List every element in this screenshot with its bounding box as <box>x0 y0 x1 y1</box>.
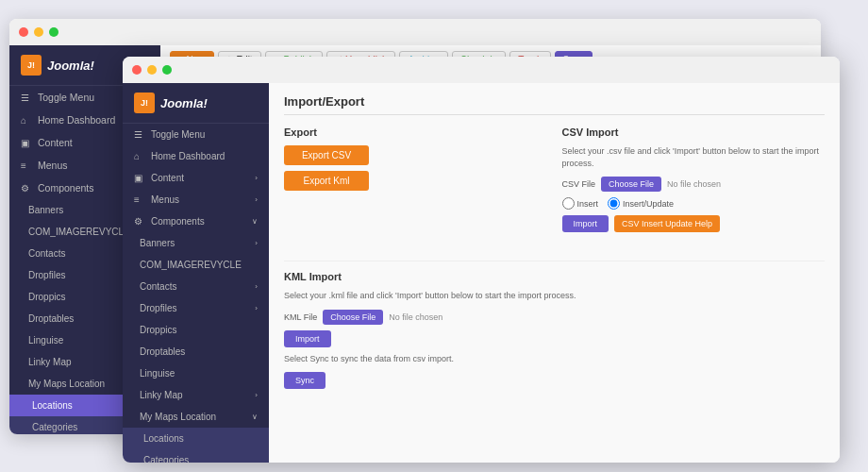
import-export-panel: Import/Export Export Export CSV Export K… <box>269 83 840 463</box>
kml-no-file-text: No file chosen <box>389 312 442 322</box>
content-icon-2: ▣ <box>134 173 145 183</box>
second-sidebar-item-categories[interactable]: Categories <box>123 449 269 463</box>
second-sidebar-item-linky-map[interactable]: Linky Map › <box>123 384 269 406</box>
csv-action-row: Import CSV Insert Update Help <box>562 215 826 236</box>
menus-icon-2: ≡ <box>134 194 145 205</box>
second-sidebar-item-menus[interactable]: ≡ Menus › <box>123 189 269 211</box>
section-divider <box>284 261 825 261</box>
second-window: J! Joomla! ☰ Toggle Menu ⌂ Home Dashboar… <box>123 57 840 463</box>
titlebar <box>9 19 821 45</box>
second-sidebar-logo: J! Joomla! <box>123 83 269 124</box>
kml-import-button[interactable]: Import <box>284 330 331 347</box>
second-sidebar-item-locations[interactable]: Locations <box>123 428 269 449</box>
csv-import-title: CSV Import <box>562 126 826 138</box>
second-sidebar-item-com-imagerevycle[interactable]: COM_IMAGEREVYCLE <box>123 254 269 276</box>
components-icon: ⚙ <box>21 183 32 194</box>
csv-file-row: CSV File Choose File No file chosen <box>562 177 826 192</box>
second-titlebar <box>123 57 840 83</box>
kml-import-section: KML Import Select your .kml file and cli… <box>284 271 825 389</box>
kml-sync-desc: Select Sync to sync the data from csv im… <box>284 353 825 365</box>
csv-help-button[interactable]: CSV Insert Update Help <box>614 215 720 232</box>
second-sidebar-item-my-maps[interactable]: My Maps Location ∨ <box>123 406 269 428</box>
menus-icon: ≡ <box>21 160 32 171</box>
components-arrow-2: ∨ <box>252 217 258 226</box>
components-icon-2: ⚙ <box>134 216 145 227</box>
radio-insert[interactable]: Insert <box>562 197 599 210</box>
dot-green[interactable] <box>49 27 58 37</box>
second-app-title: Joomla! <box>160 96 208 110</box>
panel-title: Import/Export <box>284 94 825 115</box>
content-arrow-2: › <box>255 174 258 182</box>
toggle-menu-icon: ☰ <box>21 93 32 103</box>
second-my-maps-submenu: Locations Categories Import - Export Cus… <box>123 428 269 463</box>
kml-import-desc: Select your .kml file and click 'Import'… <box>284 290 825 302</box>
kml-import-title: KML Import <box>284 271 825 282</box>
second-sidebar-item-linguise[interactable]: Linguise <box>123 362 269 384</box>
dot-red[interactable] <box>19 27 28 37</box>
menus-arrow-2: › <box>255 195 258 204</box>
dot2-red[interactable] <box>132 65 142 75</box>
content-icon: ▣ <box>21 138 32 148</box>
export-title: Export <box>284 126 547 138</box>
joomla-logo-icon-2: J! <box>134 93 155 113</box>
app-title: Joomla! <box>47 59 94 73</box>
contacts-arrow-2: › <box>255 282 258 291</box>
toggle-icon-2: ☰ <box>134 129 145 140</box>
kml-file-row: KML File Choose File No file chosen <box>284 310 825 325</box>
second-sidebar-item-droppics[interactable]: Droppics <box>123 319 269 341</box>
dot2-green[interactable] <box>162 65 172 75</box>
csv-import-section: CSV Import Select your .csv file and cli… <box>562 126 826 236</box>
kml-file-label: KML File <box>284 312 317 322</box>
second-sidebar-item-droptables[interactable]: Droptables <box>123 341 269 362</box>
my-maps-arrow-2: ∨ <box>252 413 258 421</box>
second-window-body: J! Joomla! ☰ Toggle Menu ⌂ Home Dashboar… <box>123 83 840 463</box>
export-csv-button[interactable]: Export CSV <box>284 145 369 165</box>
csv-import-button[interactable]: Import <box>562 215 609 232</box>
second-sidebar-item-dropfiles[interactable]: Dropfiles › <box>123 297 269 319</box>
kml-choose-file-button[interactable]: Choose File <box>323 310 383 325</box>
second-sidebar-item-contacts[interactable]: Contacts › <box>123 276 269 297</box>
export-kml-button[interactable]: Export Kml <box>284 171 369 191</box>
second-sidebar-item-content[interactable]: ▣ Content › <box>123 167 269 189</box>
csv-choose-file-button[interactable]: Choose File <box>601 177 661 192</box>
second-sidebar-item-toggle[interactable]: ☰ Toggle Menu <box>123 124 269 145</box>
home-icon: ⌂ <box>21 115 32 126</box>
panel-grid: Export Export CSV Export Kml CSV Import … <box>284 126 825 389</box>
second-sidebar-item-banners[interactable]: Banners › <box>123 232 269 254</box>
banners-arrow-2: › <box>255 239 258 247</box>
linky-map-arrow-2: › <box>255 391 258 399</box>
second-components-submenu: Banners › COM_IMAGEREVYCLE Contacts › Dr… <box>123 232 269 463</box>
csv-file-label: CSV File <box>562 179 596 189</box>
dot-yellow[interactable] <box>34 27 43 37</box>
second-sidebar: J! Joomla! ☰ Toggle Menu ⌂ Home Dashboar… <box>123 83 269 463</box>
second-sidebar-item-home[interactable]: ⌂ Home Dashboard <box>123 145 269 167</box>
joomla-logo-icon: J! <box>21 55 42 76</box>
kml-section: KML Import Select your .kml file and cli… <box>284 251 825 389</box>
csv-no-file-text: No file chosen <box>667 179 721 189</box>
dropfiles-arrow-2: › <box>255 304 258 312</box>
export-section: Export Export CSV Export Kml <box>284 126 547 236</box>
radio-insert-update[interactable]: Insert/Update <box>608 197 674 210</box>
kml-sync-button[interactable]: Sync <box>284 372 326 389</box>
csv-import-desc: Select your .csv file and click 'Import'… <box>562 145 826 169</box>
csv-radio-row: Insert Insert/Update <box>562 197 826 210</box>
second-sidebar-item-components[interactable]: ⚙ Components ∨ <box>123 211 269 232</box>
dot2-yellow[interactable] <box>147 65 157 75</box>
home-icon-2: ⌂ <box>134 151 145 161</box>
